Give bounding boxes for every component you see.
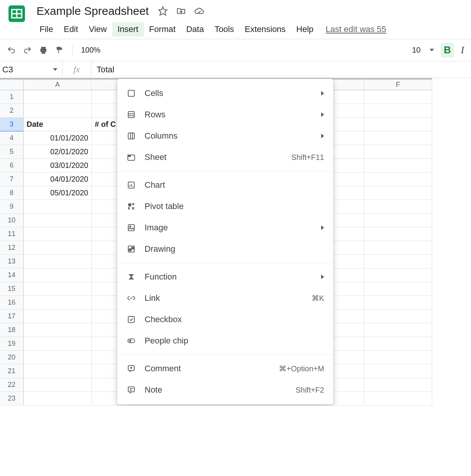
cell[interactable] xyxy=(24,392,92,406)
cell[interactable] xyxy=(24,323,92,337)
cell[interactable] xyxy=(24,282,92,296)
cell[interactable] xyxy=(364,296,432,310)
cell[interactable] xyxy=(364,159,432,173)
cell[interactable] xyxy=(364,214,432,227)
insert-chart[interactable]: Chart xyxy=(117,174,333,196)
cell[interactable] xyxy=(364,351,432,364)
row-head[interactable]: 5 xyxy=(0,145,24,159)
menu-data[interactable]: Data xyxy=(181,22,209,37)
insert-note[interactable]: Note Shift+F2 xyxy=(117,379,333,401)
insert-cells[interactable]: Cells xyxy=(117,83,333,104)
row-head[interactable]: 3 xyxy=(0,118,24,131)
cell[interactable] xyxy=(24,364,92,378)
select-all-corner[interactable] xyxy=(0,78,24,90)
row-head[interactable]: 14 xyxy=(0,268,24,282)
row-head[interactable]: 7 xyxy=(0,173,24,186)
menu-tools[interactable]: Tools xyxy=(209,22,239,37)
row-head[interactable]: 8 xyxy=(0,186,24,200)
insert-drawing[interactable]: Drawing xyxy=(117,238,333,260)
cell[interactable] xyxy=(364,241,432,255)
cell[interactable] xyxy=(24,337,92,351)
cell[interactable] xyxy=(364,90,432,104)
cell[interactable] xyxy=(364,186,432,200)
cell[interactable] xyxy=(364,173,432,186)
cell[interactable] xyxy=(24,296,92,310)
row-head[interactable]: 11 xyxy=(0,227,24,241)
col-head-A[interactable]: A xyxy=(24,78,92,90)
cell[interactable] xyxy=(24,241,92,255)
row-head[interactable]: 15 xyxy=(0,282,24,296)
menu-file[interactable]: File xyxy=(34,22,58,37)
menu-extensions[interactable]: Extensions xyxy=(239,22,291,37)
formula-input[interactable]: Total xyxy=(91,61,471,78)
name-box[interactable]: C3 xyxy=(0,61,62,78)
col-head-F[interactable]: F xyxy=(364,78,432,90)
italic-button[interactable]: I xyxy=(461,45,464,56)
cell[interactable]: Date xyxy=(24,118,92,131)
cell[interactable]: 01/01/2020 xyxy=(24,131,92,145)
print-icon[interactable] xyxy=(39,46,48,55)
cell[interactable] xyxy=(364,227,432,241)
row-head[interactable]: 21 xyxy=(0,364,24,378)
cell[interactable] xyxy=(364,255,432,268)
row-head[interactable]: 13 xyxy=(0,255,24,268)
cell[interactable] xyxy=(364,364,432,378)
cell[interactable] xyxy=(364,118,432,131)
menu-edit[interactable]: Edit xyxy=(58,22,83,37)
cell[interactable] xyxy=(24,227,92,241)
cell[interactable] xyxy=(364,268,432,282)
insert-checkbox[interactable]: Checkbox xyxy=(117,309,333,330)
row-head[interactable]: 22 xyxy=(0,378,24,392)
cloud-status-icon[interactable] xyxy=(194,6,204,16)
cell[interactable] xyxy=(364,282,432,296)
cell[interactable]: 05/01/2020 xyxy=(24,186,92,200)
cell[interactable] xyxy=(364,145,432,159)
document-title[interactable]: Example Spreadsheet xyxy=(34,4,151,18)
cell[interactable] xyxy=(24,351,92,364)
cell[interactable] xyxy=(364,337,432,351)
cell[interactable] xyxy=(364,378,432,392)
row-head[interactable]: 4 xyxy=(0,131,24,145)
cell[interactable] xyxy=(24,268,92,282)
insert-image[interactable]: Image xyxy=(117,217,333,238)
row-head[interactable]: 10 xyxy=(0,214,24,227)
insert-columns[interactable]: Columns xyxy=(117,125,333,147)
row-head[interactable]: 6 xyxy=(0,159,24,173)
row-head[interactable]: 2 xyxy=(0,104,24,118)
row-head[interactable]: 16 xyxy=(0,296,24,310)
cell[interactable] xyxy=(24,255,92,268)
cell[interactable] xyxy=(364,310,432,323)
row-head[interactable]: 19 xyxy=(0,337,24,351)
redo-icon[interactable] xyxy=(23,46,32,55)
cell[interactable] xyxy=(24,90,92,104)
insert-rows[interactable]: Rows xyxy=(117,104,333,125)
insert-comment[interactable]: Comment ⌘+Option+M xyxy=(117,358,333,379)
cell[interactable] xyxy=(24,310,92,323)
row-head[interactable]: 12 xyxy=(0,241,24,255)
insert-pivot-table[interactable]: Pivot table xyxy=(117,196,333,217)
insert-people-chip[interactable]: People chip xyxy=(117,330,333,351)
cell[interactable]: 04/01/2020 xyxy=(24,173,92,186)
cell[interactable] xyxy=(24,104,92,118)
row-head[interactable]: 20 xyxy=(0,351,24,364)
star-icon[interactable] xyxy=(158,6,168,16)
cell[interactable] xyxy=(364,323,432,337)
bold-button[interactable]: B xyxy=(441,43,454,58)
cell[interactable]: 03/01/2020 xyxy=(24,159,92,173)
font-size-dropdown[interactable]: 10 xyxy=(412,46,434,54)
zoom-dropdown[interactable]: 100% xyxy=(81,46,100,54)
cell[interactable] xyxy=(24,200,92,214)
paint-format-icon[interactable] xyxy=(55,46,64,55)
cell[interactable] xyxy=(24,214,92,227)
cell[interactable] xyxy=(24,378,92,392)
move-to-folder-icon[interactable] xyxy=(176,6,186,16)
cell[interactable] xyxy=(364,104,432,118)
insert-function[interactable]: Function xyxy=(117,266,333,288)
last-edit-link[interactable]: Last edit was 55 xyxy=(326,24,386,34)
row-head[interactable]: 17 xyxy=(0,310,24,323)
cell[interactable]: 02/01/2020 xyxy=(24,145,92,159)
cell[interactable] xyxy=(364,392,432,406)
insert-sheet[interactable]: Sheet Shift+F11 xyxy=(117,147,333,168)
undo-icon[interactable] xyxy=(7,46,16,55)
insert-link[interactable]: Link ⌘K xyxy=(117,288,333,309)
